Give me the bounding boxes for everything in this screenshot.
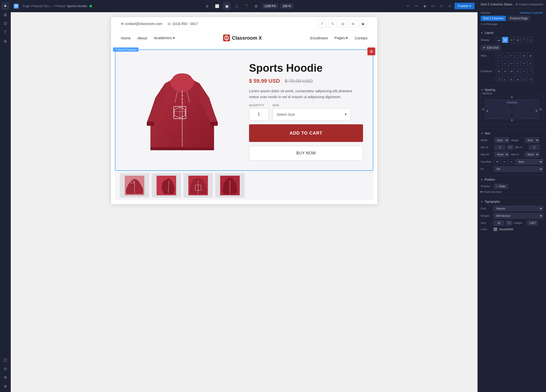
twitter-btn[interactable]: 𝕏: [328, 20, 337, 28]
max-w-select[interactable]: None: [494, 152, 509, 157]
min-w-input[interactable]: [494, 145, 505, 150]
margin-bottom-value[interactable]: 0: [482, 119, 541, 122]
instagram-btn[interactable]: ◎: [339, 20, 347, 28]
position-section-header[interactable]: ▼ Position: [478, 177, 546, 183]
margin-right-value[interactable]: 0: [540, 108, 541, 111]
thumbnail-4[interactable]: [215, 173, 245, 198]
dist-8[interactable]: ◬: [502, 76, 508, 82]
edit-grid-button[interactable]: ✏ Edit Grid: [481, 45, 501, 51]
linkedin-btn[interactable]: in: [349, 20, 357, 28]
align-top-right[interactable]: ⊢: [509, 53, 514, 58]
padding-top[interactable]: 0: [511, 105, 513, 109]
align-auto[interactable]: ⊫: [528, 60, 534, 66]
align-bot-left[interactable]: ⊦: [496, 60, 502, 66]
font-select[interactable]: Satoshi: [493, 206, 543, 211]
tool-text[interactable]: T: [1, 28, 9, 36]
weight-select[interactable]: 400 Normal: [493, 213, 543, 219]
align-mid-right[interactable]: ◈: [528, 53, 534, 58]
mobile-wide-btn[interactable]: ▢: [233, 2, 240, 10]
typo-height-input[interactable]: [527, 220, 538, 225]
chip-grid-2-columns[interactable]: Grid 2 Columns: [481, 16, 506, 21]
display-block-btn[interactable]: ▬: [496, 37, 502, 43]
canvas-area[interactable]: ✉ contact@classroom.com ☏ (414) 850 - 04…: [11, 12, 478, 392]
create-component-btn[interactable]: ⊕ Create component: [515, 3, 543, 6]
overflow-auto-select[interactable]: Auto: [516, 159, 543, 164]
dist-7[interactable]: ◫: [496, 76, 502, 82]
style-btn[interactable]: A: [446, 3, 453, 10]
custom-size-btn[interactable]: ⊠: [252, 2, 260, 10]
margin-top-value[interactable]: 0: [482, 96, 541, 99]
height-select[interactable]: Auto: [525, 138, 539, 143]
dist-4[interactable]: ⊡: [515, 68, 521, 74]
desktop-view-btn[interactable]: 🖥: [203, 2, 211, 10]
dist-9[interactable]: ◭: [509, 76, 514, 82]
grid-edit-button[interactable]: ⊞: [367, 47, 375, 55]
nav-academics[interactable]: Academics ▾: [154, 36, 175, 40]
dist-2[interactable]: ⊟: [502, 68, 508, 74]
dist-10[interactable]: ◮: [515, 76, 521, 82]
code-btn[interactable]: <>: [430, 3, 436, 10]
padding-right[interactable]: 0: [536, 110, 537, 113]
margin-left-value[interactable]: 0: [482, 108, 484, 111]
align-mid-left[interactable]: ⊣: [515, 53, 521, 58]
display-flex2-btn[interactable]: ⊠: [515, 37, 521, 43]
nav-contact[interactable]: Contact: [355, 36, 367, 40]
tablet-btn[interactable]: ▣: [223, 2, 231, 10]
facebook-btn[interactable]: f: [318, 20, 326, 28]
dist-5[interactable]: ⊢: [521, 68, 527, 74]
overflow-scroll-btn[interactable]: ≡: [508, 159, 514, 164]
overflow-hidden-btn[interactable]: ✏: [501, 159, 507, 164]
tool-cursor[interactable]: ✦: [1, 2, 9, 10]
size-section-header[interactable]: ▼ Size: [478, 131, 546, 137]
quantity-input[interactable]: 1: [249, 108, 269, 120]
tool-assets[interactable]: ◎: [1, 365, 9, 372]
tool-component[interactable]: ⊞: [1, 11, 9, 19]
display-none-btn[interactable]: ⊘: [528, 37, 534, 43]
nav-home[interactable]: Home: [121, 36, 131, 40]
display-flex-btn[interactable]: ⊟: [509, 37, 514, 43]
position-badge[interactable]: ✕ Static: [494, 184, 508, 189]
undo-btn[interactable]: ↩: [405, 3, 411, 10]
float-row[interactable]: ▶ Float and clear: [478, 190, 546, 195]
tool-layers[interactable]: ◫: [1, 356, 9, 364]
size-select[interactable]: Select Size ▾: [273, 108, 351, 120]
dist-1[interactable]: ⊞: [496, 68, 502, 74]
redo-btn[interactable]: ↪: [413, 3, 420, 10]
align-mid-center[interactable]: ⊕: [521, 53, 527, 58]
min-w-unit[interactable]: PX: [507, 145, 513, 150]
dist-12[interactable]: ◰: [528, 76, 534, 82]
tool-image[interactable]: ⊕: [1, 37, 9, 45]
mobile-btn[interactable]: 📱: [242, 2, 250, 10]
dist-6[interactable]: ⊣: [528, 68, 534, 74]
publish-button[interactable]: Publish ▾: [455, 3, 475, 9]
width-select[interactable]: Auto: [494, 138, 509, 143]
layout-section-header[interactable]: ▼ Layout: [478, 30, 546, 36]
align-bot-right[interactable]: ⊨: [509, 60, 514, 66]
fit-select[interactable]: Fill: [494, 166, 543, 172]
align-top-center[interactable]: ⊥: [502, 53, 508, 58]
tool-search[interactable]: ⊗: [1, 382, 9, 390]
dist-11[interactable]: ◯: [521, 76, 527, 82]
align-top-left[interactable]: ⊤: [496, 53, 502, 58]
thumbnail-3[interactable]: [183, 173, 213, 198]
preview-btn[interactable]: ◉: [421, 3, 428, 10]
nav-enrollment[interactable]: Enrollment: [310, 36, 328, 40]
color-swatch[interactable]: [493, 227, 497, 231]
display-text-btn[interactable]: T: [521, 37, 527, 43]
add-to-cart-button[interactable]: ADD TO CART: [249, 124, 363, 142]
share-btn[interactable]: ⎋: [438, 3, 445, 10]
tablet-wide-btn[interactable]: ⬜: [213, 2, 221, 10]
thumbnail-2[interactable]: [152, 173, 181, 198]
min-h-input[interactable]: [529, 145, 540, 150]
overflow-visible-btn[interactable]: 👁: [494, 159, 500, 164]
typo-size-unit[interactable]: PX: [506, 221, 512, 225]
nav-about[interactable]: About: [137, 36, 147, 40]
max-h-select[interactable]: None: [525, 152, 539, 157]
tool-layout[interactable]: ☰: [1, 20, 9, 27]
nav-pages[interactable]: Pages ▾: [335, 36, 348, 40]
display-grid-btn[interactable]: ⊞: [502, 37, 508, 43]
align-bot-center[interactable]: ⊧: [502, 60, 508, 66]
chip-product-page[interactable]: Product Page: [507, 16, 530, 21]
typo-size-input[interactable]: [493, 220, 504, 225]
padding-bottom[interactable]: 0: [511, 114, 513, 117]
